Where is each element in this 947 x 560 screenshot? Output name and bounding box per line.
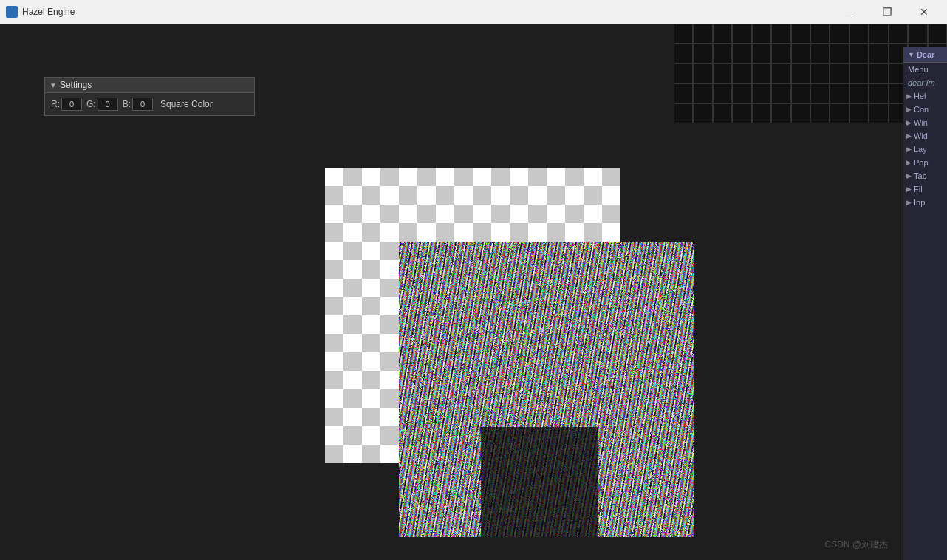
watermark: CSDN @刘建杰 [824,539,888,551]
grid-cell [674,44,693,64]
grid-cell [869,83,888,103]
grid-cell [810,24,830,44]
sidebar-item[interactable]: ▶ Fil [903,182,947,196]
r-field: R: [51,98,82,111]
g-input[interactable] [98,98,118,111]
grid-cell [752,83,771,103]
grid-cell [830,44,849,64]
grid-cell [693,103,712,123]
titlebar: Hazel Engine — ❐ ✕ [0,0,947,24]
titlebar-left: Hazel Engine [6,6,75,18]
grid-cell [849,24,869,44]
grid-cell [693,44,712,64]
settings-body: R: G: B: Square Color [45,93,254,115]
grid-cell [869,64,888,83]
grid-cell [889,24,908,44]
main-area: const grid = document.getElementById('to… [0,24,947,560]
minimize-button[interactable]: — [833,0,867,24]
sidebar-item-label: Lay [914,145,927,154]
dear-im-text: dear im [903,76,947,89]
sidebar-arrow-icon: ▶ [906,199,912,206]
dear-label: Dear [917,50,934,59]
grid-cell [830,24,849,44]
grid-cell [674,24,693,44]
grid-cell [674,103,693,123]
sidebar-arrow-icon: ▶ [906,146,912,153]
grid-cell [869,24,888,44]
maximize-button[interactable]: ❐ [870,0,904,24]
sidebar-item[interactable]: ▶ Inp [903,196,947,209]
square-color-label: Square Color [160,99,213,109]
b-input[interactable] [132,98,153,111]
title-text: Hazel Engine [22,7,75,17]
noise-canvas [399,242,694,537]
sidebar-item[interactable]: ▶ Win [903,116,947,129]
grid-cell [869,103,888,123]
right-sidebar: ▼ Dear Menu dear im ▶ Hel ▶ Con ▶ Win ▶ … [903,47,947,560]
sidebar-item-label: Wid [914,132,928,140]
grid-cell [732,83,751,103]
grid-cell [791,24,810,44]
grid-cell [869,44,888,64]
grid-cell [693,64,712,83]
grid-cell [771,64,790,83]
sidebar-arrow-icon: ▶ [906,106,912,113]
sidebar-item[interactable]: ▶ Pop [903,156,947,169]
grid-cell [752,103,771,123]
grid-cell [849,83,869,103]
grid-cell [928,24,947,44]
sidebar-arrow-icon: ▶ [906,159,912,166]
grid-cell [908,24,927,44]
b-label: B: [123,99,131,109]
sidebar-item-label: Con [914,105,929,114]
grid-cell [810,83,830,103]
sidebar-arrow-icon: ▶ [906,185,912,193]
sidebar-item-label: Hel [914,92,926,100]
sidebar-item[interactable]: ▶ Wid [903,129,947,143]
grid-cell [713,103,732,123]
grid-cell [752,64,771,83]
grid-cell [693,83,712,103]
settings-header: ▼ Settings [45,78,254,93]
grid-cell [713,24,732,44]
grid-cell [752,44,771,64]
sidebar-item-label: Pop [914,158,929,167]
close-button[interactable]: ✕ [907,0,941,24]
settings-panel: ▼ Settings R: G: B: Square Color [44,77,255,116]
grid-cell [713,83,732,103]
sidebar-item[interactable]: ▶ Hel [903,89,947,103]
sidebar-item-label: Fil [914,185,923,194]
grid-cell [791,83,810,103]
grid-cell [732,44,751,64]
grid-cell [810,44,830,64]
sidebar-arrow-icon: ▶ [906,172,912,180]
app-icon [6,6,18,18]
grid-cell [810,103,830,123]
grid-cell [791,103,810,123]
grid-cell [674,83,693,103]
sidebar-item[interactable]: ▶ Lay [903,143,947,156]
g-field: G: [86,98,118,111]
sidebar-menu-items: ▶ Hel ▶ Con ▶ Win ▶ Wid ▶ Lay ▶ Pop ▶ Ta… [903,89,947,209]
grid-cell [693,24,712,44]
grid-cell [830,103,849,123]
sidebar-item[interactable]: ▶ Con [903,103,947,116]
grid-cell [830,83,849,103]
grid-cell [810,64,830,83]
grid-cell [752,24,771,44]
sidebar-arrow-icon: ▶ [906,119,912,126]
grid-cell [732,24,751,44]
menu-label: Menu [903,63,947,76]
sidebar-item-label: Win [914,118,928,127]
grid-cell [732,103,751,123]
sidebar-item[interactable]: ▶ Tab [903,169,947,182]
sidebar-item-label: Tab [914,171,927,180]
sidebar-arrow-icon: ▶ [906,92,912,100]
titlebar-controls: — ❐ ✕ [833,0,941,24]
b-field: B: [123,98,153,111]
settings-collapse-icon[interactable]: ▼ [49,81,57,89]
dear-collapse-icon[interactable]: ▼ [908,51,914,58]
grid-cell [849,44,869,64]
r-label: R: [51,99,60,109]
r-input[interactable] [61,98,82,111]
